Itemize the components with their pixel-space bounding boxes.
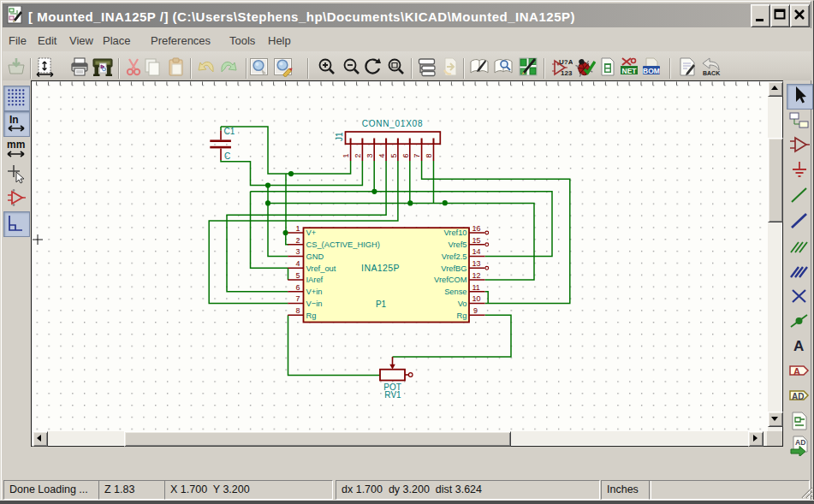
svg-text:7: 7 xyxy=(413,153,421,157)
svg-text:VrefCOM: VrefCOM xyxy=(434,276,466,284)
svg-text:4: 4 xyxy=(377,153,386,157)
svg-text:C1: C1 xyxy=(224,127,235,136)
svg-text:Vref5: Vref5 xyxy=(449,240,467,249)
svg-text:Vref2.5: Vref2.5 xyxy=(442,252,467,261)
svg-text:BOM: BOM xyxy=(643,67,660,75)
svg-text:AD: AD xyxy=(792,392,804,401)
svg-text:5: 5 xyxy=(295,271,300,280)
svg-text:V+in: V+in xyxy=(306,288,323,296)
svg-text:3: 3 xyxy=(365,153,374,157)
svg-text:Sense: Sense xyxy=(444,288,466,296)
svg-text:7: 7 xyxy=(295,294,300,303)
svg-text:RV1: RV1 xyxy=(384,390,401,400)
svg-text:VrefBG: VrefBG xyxy=(441,264,466,273)
svg-text:9: 9 xyxy=(473,306,478,315)
svg-text:123: 123 xyxy=(561,69,573,77)
svg-text:6: 6 xyxy=(401,153,410,157)
svg-text:A: A xyxy=(793,338,804,354)
svg-text:C: C xyxy=(224,151,230,161)
svg-text:NET: NET xyxy=(622,67,638,75)
svg-text:In: In xyxy=(9,114,19,126)
svg-text:Rg: Rg xyxy=(306,311,317,320)
svg-text:2: 2 xyxy=(295,236,300,245)
svg-text:13: 13 xyxy=(472,259,481,268)
svg-text:10: 10 xyxy=(472,294,481,303)
svg-text:11: 11 xyxy=(472,283,480,292)
svg-text:14: 14 xyxy=(472,247,481,256)
svg-text:15: 15 xyxy=(472,236,481,245)
svg-text:J1: J1 xyxy=(335,132,344,141)
svg-text:6: 6 xyxy=(295,283,300,292)
svg-text:Rg: Rg xyxy=(457,311,467,320)
svg-text:GND: GND xyxy=(306,252,324,261)
svg-text:Vref10: Vref10 xyxy=(443,228,466,237)
svg-text:mm: mm xyxy=(7,139,25,151)
svg-text:16: 16 xyxy=(472,224,481,233)
svg-text:V+: V+ xyxy=(306,228,317,237)
svg-text:5: 5 xyxy=(389,153,398,157)
svg-text:P1: P1 xyxy=(376,299,387,309)
svg-text:V−in: V−in xyxy=(306,299,323,308)
svg-text:Vo: Vo xyxy=(458,299,467,308)
svg-text:4: 4 xyxy=(295,259,300,268)
svg-text:Vref_out: Vref_out xyxy=(306,264,336,273)
svg-text:12: 12 xyxy=(472,271,481,280)
svg-text:8: 8 xyxy=(425,153,433,157)
svg-text:AD: AD xyxy=(795,438,805,447)
svg-text:IAref: IAref xyxy=(306,276,324,284)
svg-text:A: A xyxy=(793,366,800,377)
svg-text:1: 1 xyxy=(342,153,350,157)
svg-text:3: 3 xyxy=(295,247,300,256)
svg-text:CONN_01X08: CONN_01X08 xyxy=(362,119,423,128)
svg-text:BACK: BACK xyxy=(703,70,720,76)
svg-text:2: 2 xyxy=(354,153,362,157)
svg-text:CS_(ACTIVE_HIGH): CS_(ACTIVE_HIGH) xyxy=(306,240,380,249)
svg-text:1: 1 xyxy=(295,224,300,233)
svg-text:INA125P: INA125P xyxy=(361,263,400,273)
svg-text:8: 8 xyxy=(295,306,300,315)
svg-text:U?A: U?A xyxy=(559,58,573,66)
